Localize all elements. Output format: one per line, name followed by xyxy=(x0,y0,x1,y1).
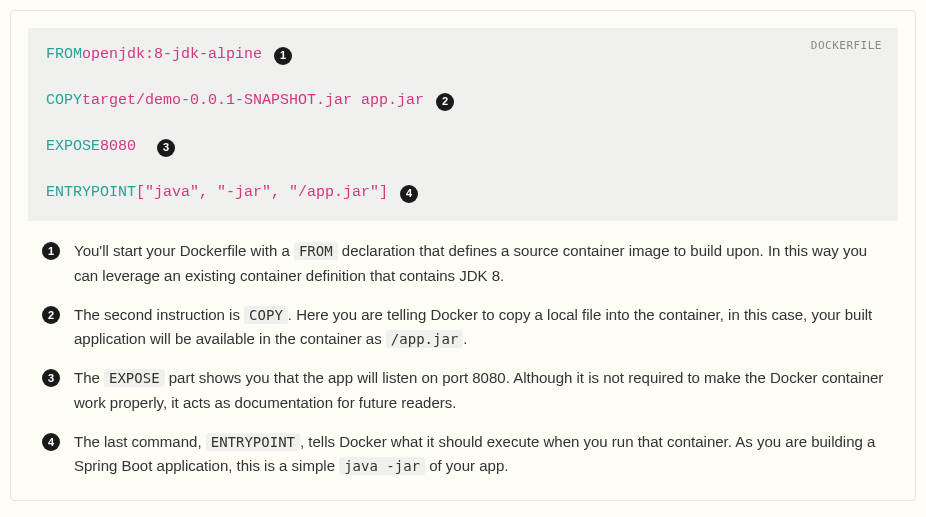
code-args: ["java", "-jar", "/app.jar"] xyxy=(136,182,388,205)
callout-badge: 1 xyxy=(42,242,60,260)
callout-badge: 2 xyxy=(436,93,454,111)
callout-badge: 1 xyxy=(274,47,292,65)
code-args: target/demo-0.0.1-SNAPSHOT.jar app.jar xyxy=(82,90,424,113)
explanation-item: 2The second instruction is COPY. Here yo… xyxy=(42,303,884,353)
explanation-list: 1You'll start your Dockerfile with a FRO… xyxy=(28,221,898,483)
code-blank-line xyxy=(46,67,880,90)
code-keyword: EXPOSE xyxy=(46,136,100,159)
code-keyword: FROM xyxy=(46,44,82,67)
explanation-item: 3The EXPOSE part shows you that the app … xyxy=(42,366,884,416)
callout-badge: 4 xyxy=(42,433,60,451)
code-blank-line xyxy=(46,113,880,136)
explanation-text: The EXPOSE part shows you that the app w… xyxy=(74,366,884,416)
explanation-text: You'll start your Dockerfile with a FROM… xyxy=(74,239,884,289)
inline-code: COPY xyxy=(244,306,288,324)
inline-code: ENTRYPOINT xyxy=(206,433,300,451)
document-container: DOCKERFILE FROM openjdk:8-jdk-alpine1COP… xyxy=(10,10,916,501)
callout-badge: 4 xyxy=(400,185,418,203)
code-keyword: ENTRYPOINT xyxy=(46,182,136,205)
callout-badge: 3 xyxy=(157,139,175,157)
code-args: openjdk:8-jdk-alpine xyxy=(82,44,262,67)
callout-badge: 3 xyxy=(42,369,60,387)
callout-badge: 2 xyxy=(42,306,60,324)
inline-code: java -jar xyxy=(339,457,425,475)
code-lines: FROM openjdk:8-jdk-alpine1COPY target/de… xyxy=(46,44,880,205)
code-line: COPY target/demo-0.0.1-SNAPSHOT.jar app.… xyxy=(46,90,880,113)
explanation-item: 1You'll start your Dockerfile with a FRO… xyxy=(42,239,884,289)
code-line: FROM openjdk:8-jdk-alpine1 xyxy=(46,44,880,67)
inline-code: EXPOSE xyxy=(104,369,165,387)
code-line: EXPOSE 8080 3 xyxy=(46,136,880,159)
language-label: DOCKERFILE xyxy=(811,38,882,55)
inline-code: FROM xyxy=(294,242,338,260)
inline-code: /app.jar xyxy=(386,330,463,348)
code-line: ENTRYPOINT ["java", "-jar", "/app.jar"]4 xyxy=(46,182,880,205)
explanation-text: The second instruction is COPY. Here you… xyxy=(74,303,884,353)
code-keyword: COPY xyxy=(46,90,82,113)
explanation-text: The last command, ENTRYPOINT, tells Dock… xyxy=(74,430,884,480)
code-args: 8080 xyxy=(100,136,145,159)
dockerfile-code-block: DOCKERFILE FROM openjdk:8-jdk-alpine1COP… xyxy=(28,28,898,221)
explanation-item: 4The last command, ENTRYPOINT, tells Doc… xyxy=(42,430,884,480)
code-blank-line xyxy=(46,159,880,182)
